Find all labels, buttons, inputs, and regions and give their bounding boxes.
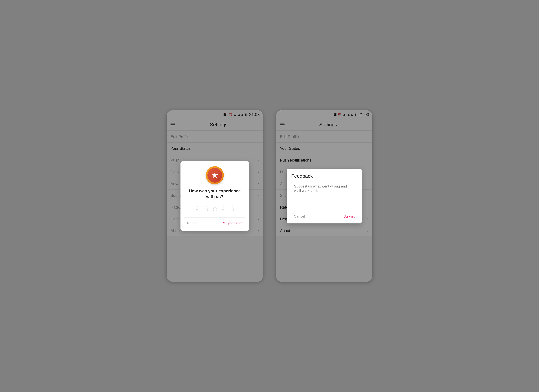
star-2[interactable]: ☆ (203, 204, 209, 213)
dialog-actions-left: Never Maybe Later (184, 218, 245, 227)
never-button[interactable]: Never (184, 219, 199, 227)
maybe-later-button[interactable]: Maybe Later (220, 219, 245, 227)
feedback-textarea[interactable] (291, 182, 357, 206)
star-1[interactable]: ☆ (194, 204, 201, 213)
feedback-title: Feedback (291, 173, 357, 179)
phone-left: 📳 ⏰ ▲ ▲▲ ▮ 21:03 Settings Edit Profile Y… (167, 110, 263, 282)
stars-rating-row[interactable]: ☆ ☆ ☆ ☆ ☆ (194, 204, 235, 213)
feedback-actions: Cancel Submit (291, 210, 357, 220)
star-4[interactable]: ☆ (220, 204, 227, 213)
dialog-overlay-right: Feedback Cancel Submit (276, 110, 372, 282)
star-3[interactable]: ☆ (212, 204, 218, 213)
phone-right: 📳 ⏰ ▲ ▲▲ ▮ 21:03 Settings Edit Profile Y… (276, 110, 372, 282)
star-badge-icon: ★ (211, 171, 218, 179)
rating-icon-inner: ★ (207, 168, 222, 183)
submit-button[interactable]: Submit (341, 213, 357, 220)
star-5[interactable]: ☆ (229, 204, 235, 213)
rating-dialog: ★ How was your experience with us? ☆ ☆ ☆… (180, 161, 249, 231)
feedback-dialog: Feedback Cancel Submit (287, 169, 362, 223)
dialog-overlay-left: ★ How was your experience with us? ☆ ☆ ☆… (167, 110, 263, 282)
rating-icon-wrap: ★ (206, 166, 224, 184)
cancel-button[interactable]: Cancel (291, 213, 308, 220)
dialog-question: How was your experience with us? (184, 188, 245, 200)
